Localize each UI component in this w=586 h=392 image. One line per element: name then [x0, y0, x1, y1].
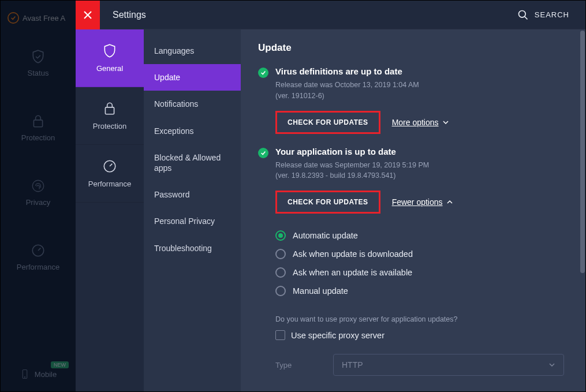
gauge-icon: [31, 243, 46, 258]
checkbox-icon: [275, 330, 285, 340]
proxy-section: Do you want to use proxy server for appl…: [275, 315, 568, 376]
sidebar-item-blocked-allowed[interactable]: Blocked & Allowed apps: [144, 144, 241, 181]
svg-point-2: [32, 180, 44, 192]
virus-definitions-status: Virus definitions are up to date Release…: [258, 66, 568, 134]
sidebar-item-languages[interactable]: Languages: [144, 38, 241, 64]
close-icon: [83, 10, 92, 20]
radio-label: Ask when an update is available: [293, 268, 412, 277]
status-ok-icon: [258, 148, 268, 158]
tab-label: General: [96, 64, 123, 73]
tab-general[interactable]: General: [76, 29, 144, 87]
radio-ask-downloaded[interactable]: Ask when update is downloaded: [275, 245, 568, 263]
gauge-icon: [102, 159, 117, 174]
nav-label: Status: [28, 69, 49, 77]
scrollbar[interactable]: [580, 29, 585, 391]
radio-icon: [275, 267, 286, 278]
svg-point-6: [518, 10, 525, 17]
mobile-icon: [20, 369, 30, 379]
proxy-type-select[interactable]: HTTP: [333, 354, 564, 376]
radio-icon: [275, 230, 286, 241]
type-label: Type: [275, 361, 310, 369]
application-update-status: Your application is up to date Release d…: [258, 147, 568, 214]
app-name: Avast Free A: [23, 14, 65, 23]
sidebar-item-exceptions[interactable]: Exceptions: [144, 118, 241, 144]
lock-icon: [31, 114, 46, 129]
radio-label: Manual update: [293, 286, 348, 296]
fingerprint-icon: [31, 178, 46, 193]
use-proxy-checkbox[interactable]: Use specific proxy server: [275, 330, 568, 340]
sidebar-item-password[interactable]: Password: [144, 181, 241, 208]
chevron-down-icon: [442, 119, 449, 126]
content-panel: Update Virus definitions are up to date …: [241, 29, 585, 391]
checkbox-label: Use specific proxy server: [291, 331, 385, 340]
chevron-up-icon: [446, 199, 453, 206]
new-badge: NEW: [51, 361, 69, 368]
app-logo: Avast Free A: [1, 5, 76, 31]
check-updates-app-button[interactable]: CHECK FOR UPDATES: [275, 191, 380, 214]
nav-label: Mobile: [35, 370, 57, 379]
nav-label: Privacy: [26, 198, 51, 207]
sub-sidebar: Languages Update Notifications Exception…: [144, 29, 241, 391]
search-icon: [517, 9, 529, 21]
status-title: Virus definitions are up to date: [275, 66, 568, 76]
more-options-virus-link[interactable]: More options: [392, 118, 449, 127]
tab-label: Protection: [93, 122, 127, 130]
tab-protection[interactable]: Protection: [76, 87, 144, 145]
radio-automatic-update[interactable]: Automatic update: [275, 226, 568, 245]
radio-label: Automatic update: [293, 231, 358, 240]
panel-title: Update: [258, 42, 568, 54]
chevron-down-icon: [548, 361, 555, 368]
svg-point-5: [24, 377, 25, 378]
nav-label: Performance: [17, 263, 59, 271]
lock-icon: [102, 101, 117, 116]
page-title: Settings: [113, 10, 146, 20]
search-button[interactable]: SEARCH: [517, 9, 569, 21]
category-tabs: General Protection Performance: [76, 29, 144, 391]
nav-mobile[interactable]: NEW Mobile: [1, 357, 76, 391]
nav-privacy[interactable]: Privacy: [1, 160, 76, 225]
proxy-question: Do you want to use proxy server for appl…: [275, 315, 568, 323]
sidebar-item-notifications[interactable]: Notifications: [144, 91, 241, 117]
tab-label: Performance: [88, 180, 131, 188]
sidebar-item-update[interactable]: Update: [144, 64, 241, 91]
radio-ask-available[interactable]: Ask when an update is available: [275, 263, 568, 282]
nav-protection[interactable]: Protection: [1, 95, 76, 160]
topbar: Settings SEARCH: [76, 1, 585, 29]
nav-status[interactable]: Status: [1, 31, 76, 95]
settings-modal: Settings SEARCH General Protection: [76, 1, 585, 391]
status-title: Your application is up to date: [275, 147, 568, 156]
fewer-options-app-link[interactable]: Fewer options: [392, 197, 453, 207]
status-subtext: Release date was October 13, 2019 1:04 A…: [275, 80, 568, 102]
check-icon: [260, 70, 266, 76]
sidebar-item-troubleshooting[interactable]: Troubleshooting: [144, 235, 241, 262]
shield-check-icon: [31, 49, 46, 64]
check-icon: [260, 150, 266, 156]
tab-performance[interactable]: Performance: [76, 145, 144, 203]
search-label: SEARCH: [535, 10, 569, 19]
check-updates-virus-button[interactable]: CHECK FOR UPDATES: [275, 111, 380, 134]
status-ok-icon: [258, 68, 268, 78]
radio-icon: [275, 249, 286, 259]
radio-icon: [275, 286, 286, 296]
svg-rect-7: [105, 107, 114, 114]
avast-logo-icon: [8, 12, 19, 24]
radio-manual-update[interactable]: Manual update: [275, 282, 568, 300]
svg-point-0: [8, 13, 18, 23]
shield-icon: [102, 43, 117, 58]
nav-performance[interactable]: Performance: [1, 225, 76, 289]
nav-label: Protection: [21, 133, 55, 142]
app-sidebar: Avast Free A Status Protection Privacy P…: [1, 1, 76, 391]
radio-label: Ask when update is downloaded: [293, 249, 413, 259]
sidebar-item-personal-privacy[interactable]: Personal Privacy: [144, 208, 241, 234]
update-mode-radios: Automatic update Ask when update is down…: [275, 226, 568, 300]
scrollbar-thumb[interactable]: [580, 31, 585, 273]
select-value: HTTP: [342, 360, 363, 369]
close-button[interactable]: [76, 1, 100, 29]
svg-rect-1: [33, 120, 42, 126]
status-subtext: Release date was September 19, 2019 5:19…: [275, 160, 568, 182]
